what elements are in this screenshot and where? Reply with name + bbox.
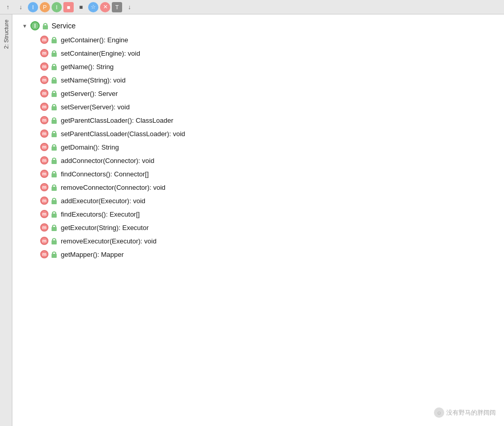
svg-rect-13 xyxy=(52,200,57,204)
toolbar-square-btn[interactable]: ■ xyxy=(63,2,74,12)
svg-rect-4 xyxy=(52,79,57,84)
list-item[interactable]: m setContainer(Engine): void xyxy=(35,46,504,60)
method-icon: m xyxy=(40,237,48,245)
method-label: getDomain(): String xyxy=(61,143,119,151)
method-icon: m xyxy=(40,62,48,71)
method-label: setName(String): void xyxy=(61,76,126,84)
svg-rect-15 xyxy=(52,227,57,231)
method-label: getExecutor(String): Executor xyxy=(61,224,149,232)
watermark: ☺ 没有野马的胖阔阔 xyxy=(434,407,496,418)
svg-rect-6 xyxy=(52,106,57,110)
lock-icon xyxy=(51,103,57,110)
method-icon: m xyxy=(40,89,48,97)
list-item[interactable]: m getDomain(): String xyxy=(35,140,504,154)
method-label: getName(): String xyxy=(61,63,114,71)
list-item[interactable]: m getContainer(): Engine xyxy=(35,33,504,46)
list-item[interactable]: m getServer(): Server xyxy=(35,87,504,100)
method-icon: m xyxy=(40,250,48,258)
lock-icon xyxy=(51,90,57,97)
tree-root: ▼ I Service m getContainer(): Engine xyxy=(12,19,504,261)
list-item[interactable]: m addExecutor(Executor): void xyxy=(35,194,504,207)
method-icon: m xyxy=(40,210,48,218)
method-label: findConnectors(): Connector[] xyxy=(61,170,149,178)
toolbar-t-btn[interactable]: T xyxy=(112,2,122,12)
svg-rect-14 xyxy=(52,214,57,218)
method-icon: m xyxy=(40,143,48,151)
expand-arrow[interactable]: ▼ xyxy=(21,22,29,30)
svg-rect-1 xyxy=(52,39,57,43)
main-content: ▼ I Service m getContainer(): Engine xyxy=(12,14,504,426)
method-label: setServer(Server): void xyxy=(61,103,130,111)
tree-children: m getContainer(): Engine m setContainer(… xyxy=(16,33,504,261)
toolbar-down-btn[interactable]: ↓ xyxy=(15,2,26,13)
toolbar-square2-btn[interactable]: ■ xyxy=(75,2,87,13)
method-icon: m xyxy=(40,196,48,205)
lock-icon xyxy=(51,130,57,137)
toolbar-up-btn[interactable]: ↑ xyxy=(2,2,13,13)
method-label: getServer(): Server xyxy=(61,90,118,97)
toolbar-arrow-btn[interactable]: ↓ xyxy=(124,2,135,13)
method-icon: m xyxy=(40,116,48,124)
list-item[interactable]: m getName(): String xyxy=(35,60,504,73)
method-icon: m xyxy=(40,103,48,111)
method-label: findExecutors(): Executor[] xyxy=(61,210,140,218)
toolbar-x-btn[interactable]: ✕ xyxy=(100,2,110,12)
toolbar: ↑ ↓ I P I ■ ■ ☆ ✕ T ↓ xyxy=(0,0,504,14)
list-item[interactable]: m setParentClassLoader(ClassLoader): voi… xyxy=(35,127,504,140)
method-label: addConnector(Connector): void xyxy=(61,157,154,165)
method-label: removeConnector(Connector): void xyxy=(61,184,165,191)
lock-icon xyxy=(51,237,57,244)
list-item[interactable]: m getParentClassLoader(): ClassLoader xyxy=(35,113,504,127)
method-label: getParentClassLoader(): ClassLoader xyxy=(61,117,173,124)
method-icon: m xyxy=(40,156,48,165)
method-label: setParentClassLoader(ClassLoader): void xyxy=(61,130,185,138)
toolbar-p-btn[interactable]: P xyxy=(40,2,50,12)
svg-rect-8 xyxy=(52,133,57,137)
side-panel: 2: Structure xyxy=(0,14,12,426)
svg-rect-7 xyxy=(52,120,57,124)
list-item[interactable]: m removeConnector(Connector): void xyxy=(35,181,504,194)
toolbar-star-btn[interactable]: ☆ xyxy=(88,2,98,12)
method-label: getContainer(): Engine xyxy=(61,36,128,44)
svg-rect-16 xyxy=(52,240,57,244)
svg-rect-2 xyxy=(52,53,57,57)
lock-icon xyxy=(51,36,57,43)
svg-rect-10 xyxy=(52,160,57,164)
list-item[interactable]: m addConnector(Connector): void xyxy=(35,154,504,167)
svg-rect-9 xyxy=(52,146,57,151)
lock-icon xyxy=(42,22,48,29)
structure-tab[interactable]: 2: Structure xyxy=(2,17,11,52)
method-icon: m xyxy=(40,49,48,57)
list-item[interactable]: m findExecutors(): Executor[] xyxy=(35,207,504,221)
lock-icon xyxy=(51,210,57,218)
interface-icon: I xyxy=(30,21,40,30)
lock-icon xyxy=(51,63,57,70)
lock-icon xyxy=(51,143,57,151)
lock-icon xyxy=(51,224,57,231)
root-label: Service xyxy=(52,22,76,30)
lock-icon xyxy=(51,197,57,204)
lock-icon xyxy=(51,50,57,57)
toolbar-i-btn[interactable]: I xyxy=(28,2,38,12)
list-item[interactable]: m getMapper(): Mapper xyxy=(35,248,504,261)
svg-rect-5 xyxy=(52,93,57,97)
lock-icon xyxy=(51,184,57,191)
watermark-text: 没有野马的胖阔阔 xyxy=(446,408,496,417)
lock-icon xyxy=(51,157,57,164)
list-item[interactable]: m setServer(Server): void xyxy=(35,100,504,113)
toolbar-i2-btn[interactable]: I xyxy=(52,2,62,12)
lock-icon xyxy=(51,170,57,177)
method-icon: m xyxy=(40,223,48,232)
tree-root-node[interactable]: ▼ I Service xyxy=(16,19,504,33)
list-item[interactable]: m removeExecutor(Executor): void xyxy=(35,234,504,248)
list-item[interactable]: m getExecutor(String): Executor xyxy=(35,221,504,234)
watermark-icon: ☺ xyxy=(434,407,444,418)
svg-rect-3 xyxy=(52,66,57,70)
method-icon: m xyxy=(40,129,48,138)
list-item[interactable]: m findConnectors(): Connector[] xyxy=(35,167,504,181)
list-item[interactable]: m setName(String): void xyxy=(35,73,504,87)
method-label: addExecutor(Executor): void xyxy=(61,197,145,205)
lock-icon xyxy=(51,76,57,84)
svg-rect-0 xyxy=(43,25,48,29)
method-icon: m xyxy=(40,36,48,44)
